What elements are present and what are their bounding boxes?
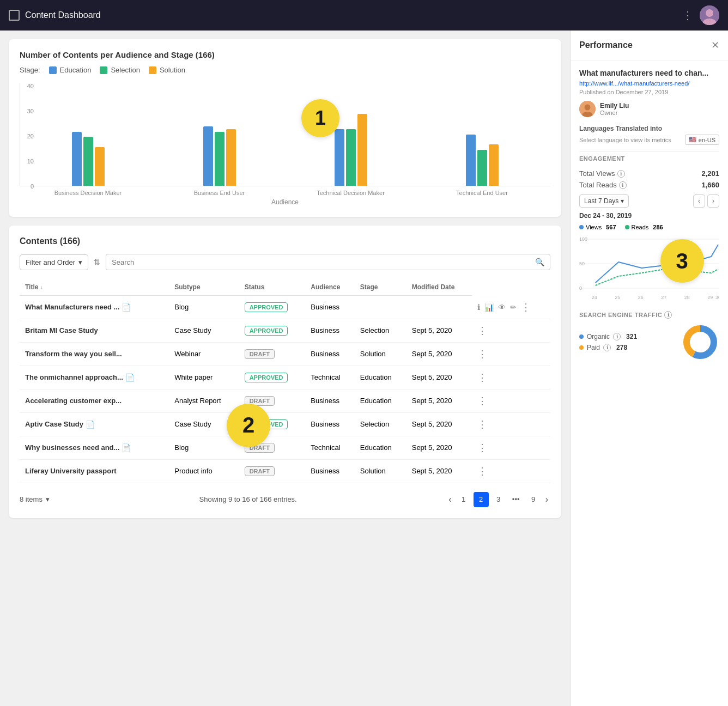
info-icon[interactable]: ℹ (477, 303, 480, 312)
page-next-arrow[interactable]: › (543, 492, 550, 507)
total-views-row: Total Views ℹ 2,201 (579, 169, 719, 178)
more-menu-icon[interactable]: ⋮ (477, 442, 487, 453)
prev-period-button[interactable]: ‹ (693, 194, 705, 208)
table-body: What Manufacturers need ... 📄 Blog APPRO… (20, 296, 550, 483)
action-icons-cell: ℹ 📊 👁 ✏ ⋮ (472, 296, 550, 319)
author-name: Emily Liu (600, 102, 629, 109)
number-badge-1: 1 (301, 99, 339, 137)
content-area: Number of Contents per Audience and Stag… (0, 31, 570, 706)
subtype-cell: Case Study (169, 319, 239, 342)
page-btn-1[interactable]: 1 (456, 492, 471, 507)
author-avatar (579, 101, 596, 117)
bar-chart: 40 30 20 10 0 (20, 83, 550, 206)
next-period-button[interactable]: › (707, 194, 719, 208)
svg-text:24: 24 (592, 295, 597, 300)
rp-url[interactable]: http://www.lif.../what-manufacturers-nee… (579, 80, 719, 87)
main-layout: Number of Contents per Audience and Stag… (0, 31, 728, 706)
rp-header: Performance ✕ (571, 31, 728, 60)
more-menu-icon[interactable]: ⋮ (477, 325, 487, 336)
paid-value: 278 (616, 344, 627, 351)
bar-selection-2 (346, 129, 356, 186)
page-btn-9[interactable]: 9 (526, 492, 541, 507)
svg-point-4 (585, 105, 591, 111)
bar-solution-0 (95, 147, 105, 186)
bar-solution-3 (489, 144, 499, 186)
more-cell: ⋮ (472, 389, 550, 412)
doc-icon: 📄 (122, 303, 131, 312)
search-traffic-info-icon[interactable]: ℹ (664, 311, 672, 319)
audience-cell: Business (305, 412, 355, 436)
title-cell: The onmichannel approach... 📄 (20, 366, 169, 389)
page-btn-3[interactable]: 3 (491, 492, 506, 507)
stage-cell: Education (355, 366, 407, 389)
title-cell: Accelerating customer exp... (20, 389, 169, 412)
author-info: Emily Liu Owner (600, 102, 629, 116)
rp-nav-arrows: ‹ › (693, 194, 719, 208)
contents-table: Title ↓ Subtype Status Audience Stage Mo… (20, 279, 550, 483)
modified-cell: Sept 5, 2020 (407, 366, 472, 389)
table-row: Transform the way you sell... Webinar DR… (20, 342, 550, 366)
page-btn-2[interactable]: 2 (474, 492, 489, 507)
stage-cell: Education (355, 389, 407, 412)
topbar-menu-icon[interactable]: ⋮ (682, 9, 693, 22)
rp-close-button[interactable]: ✕ (711, 39, 719, 51)
items-per-page[interactable]: 8 items ▾ (20, 495, 50, 503)
status-cell: DRAFT (239, 342, 306, 366)
x-label-0: Business Decision Maker (31, 190, 145, 196)
col-modified: Modified Date (407, 279, 472, 296)
date-range-select[interactable]: Last 7 Days ▾ (579, 194, 629, 208)
modified-cell: Sept 5, 2020 (407, 459, 472, 483)
page-prev-arrow[interactable]: ‹ (446, 492, 453, 507)
subtype-cell: Blog (169, 296, 239, 319)
more-menu-icon[interactable]: ⋮ (477, 349, 487, 360)
flag-icon: 🇺🇸 (689, 136, 696, 143)
legend-selection: Selection (100, 66, 139, 74)
total-views-info-icon[interactable]: ℹ (617, 170, 625, 178)
search-box: 🔍 (106, 254, 550, 270)
modified-cell: Sept 5, 2020 (407, 319, 472, 342)
contents-title: Contents (166) (20, 236, 550, 246)
number-badge-2: 2 (227, 404, 270, 447)
col-audience: Audience (305, 279, 355, 296)
language-selector[interactable]: 🇺🇸 en-US (685, 135, 719, 145)
eye-icon[interactable]: 👁 (498, 303, 506, 312)
organic-row: Organic ℹ 321 (579, 333, 637, 340)
bar-selection-1 (215, 132, 225, 186)
more-menu-icon[interactable]: ⋮ (477, 372, 487, 383)
filter-order-button[interactable]: Filter and Order ▾ (20, 254, 88, 270)
more-menu-icon[interactable]: ⋮ (477, 466, 487, 477)
user-avatar[interactable] (700, 5, 719, 25)
bar-education-3 (466, 135, 476, 186)
subtype-cell: Product info (169, 459, 239, 483)
row-title: Aptiv Case Study (25, 420, 83, 428)
more-menu-icon[interactable]: ⋮ (477, 419, 487, 430)
items-per-page-label: 8 items (20, 495, 43, 503)
edit-icon[interactable]: ✏ (510, 303, 517, 312)
number-badge-3: 3 (660, 239, 704, 283)
select-chevron-icon: ▾ (621, 197, 624, 205)
subtype-cell: White paper (169, 366, 239, 389)
organic-info-icon[interactable]: ℹ (613, 333, 621, 340)
solution-dot (149, 66, 156, 74)
pagination-row: 8 items ▾ Showing 9 to 16 of 166 entries… (20, 492, 550, 507)
lang-code: en-US (699, 137, 715, 143)
bar-group-3 (424, 135, 539, 186)
doc-icon: 📄 (122, 443, 131, 452)
search-input[interactable] (112, 258, 531, 266)
table-row: Accelerating customer exp... Analyst Rep… (20, 389, 550, 412)
modified-cell: Sept 5, 2020 (407, 412, 472, 436)
chart-card: Number of Contents per Audience and Stag… (9, 39, 561, 217)
sort-icon[interactable]: ⇅ (94, 258, 100, 266)
organic-value: 321 (626, 333, 637, 340)
title-cell: Why businesses need and... 📄 (20, 436, 169, 459)
bar-education-0 (72, 132, 82, 186)
status-badge: DRAFT (245, 466, 275, 476)
more-menu-icon[interactable]: ⋮ (521, 301, 531, 313)
chart-icon[interactable]: 📊 (484, 303, 494, 312)
svg-text:30: 30 (715, 295, 719, 300)
total-reads-info-icon[interactable]: ℹ (619, 181, 627, 189)
more-menu-icon[interactable]: ⋮ (477, 395, 487, 406)
organic-label: Organic (587, 333, 610, 340)
stage-cell (355, 296, 407, 319)
paid-info-icon[interactable]: ℹ (603, 344, 611, 351)
